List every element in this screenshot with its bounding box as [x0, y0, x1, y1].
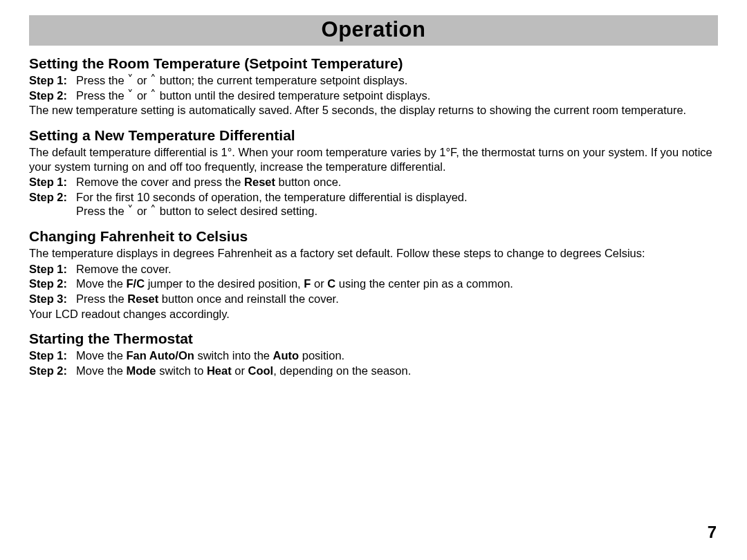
step-text: Move the F/C jumper to the desired posit…: [76, 277, 718, 291]
chevron-down-icon: ˅: [127, 88, 133, 101]
step-label: Step 1:: [29, 348, 72, 363]
page-title-band: Operation: [29, 15, 718, 46]
step-text: Press the ˅ or ˄ button until the desire…: [76, 88, 718, 103]
step-row: Step 1:Remove the cover.: [29, 262, 718, 277]
step-label: Step 3:: [29, 292, 72, 306]
chevron-down-icon: ˅: [127, 204, 133, 216]
step-text: Remove the cover and press the Reset but…: [76, 175, 718, 189]
section-heading: Starting the Thermostat: [29, 330, 718, 347]
chevron-up-icon: ˄: [150, 73, 156, 86]
step-label: Step 2:: [29, 88, 72, 103]
section-heading: Setting the Room Temperature (Setpoint T…: [29, 55, 718, 72]
bold-term: Reset: [127, 292, 158, 305]
step-row: Step 2:Move the Mode switch to Heat or C…: [29, 364, 718, 378]
section-heading: Changing Fahrenheit to Celsius: [29, 228, 718, 245]
step-label: Step 2:: [29, 277, 72, 291]
section-intro: The default temperature differential is …: [29, 145, 718, 174]
steps-list: Step 1:Remove the cover.Step 2:Move the …: [29, 262, 718, 306]
section-outro: Your LCD readout changes accordingly.: [29, 307, 718, 321]
bold-term: Mode: [126, 364, 156, 377]
step-row: Step 2:Press the ˅ or ˄ button until the…: [29, 88, 718, 103]
step-text: Move the Mode switch to Heat or Cool, de…: [76, 364, 718, 378]
bold-term: C: [327, 277, 335, 290]
step-row: Step 2:For the first 10 seconds of opera…: [29, 190, 718, 218]
section-heading: Setting a New Temperature Differential: [29, 127, 718, 144]
step-text: Move the Fan Auto/On switch into the Aut…: [76, 348, 718, 363]
chevron-down-icon: ˅: [127, 73, 133, 86]
step-label: Step 2:: [29, 190, 72, 218]
step-label: Step 1:: [29, 73, 72, 88]
step-row: Step 1:Move the Fan Auto/On switch into …: [29, 348, 718, 363]
bold-term: Fan Auto/On: [126, 349, 194, 362]
step-row: Step 2:Move the F/C jumper to the desire…: [29, 277, 718, 291]
step-label: Step 2:: [29, 364, 72, 378]
section-intro: The temperature displays in degrees Fahr…: [29, 246, 718, 261]
step-label: Step 1:: [29, 175, 72, 189]
steps-list: Step 1:Remove the cover and press the Re…: [29, 175, 718, 218]
bold-term: Heat: [207, 364, 232, 377]
bold-term: F: [304, 277, 311, 290]
chevron-up-icon: ˄: [150, 204, 156, 216]
bold-term: Auto: [273, 349, 299, 362]
step-row: Step 1:Remove the cover and press the Re…: [29, 175, 718, 189]
step-text: Press the Reset button once and reinstal…: [76, 292, 718, 306]
chevron-up-icon: ˄: [150, 88, 156, 101]
step-row: Step 3:Press the Reset button once and r…: [29, 292, 718, 306]
step-label: Step 1:: [29, 262, 72, 277]
page-content: Setting the Room Temperature (Setpoint T…: [29, 55, 718, 377]
steps-list: Step 1:Move the Fan Auto/On switch into …: [29, 348, 718, 377]
manual-page: Operation Setting the Room Temperature (…: [0, 0, 747, 560]
step-text: For the first 10 seconds of operation, t…: [76, 190, 718, 218]
bold-term: Reset: [244, 176, 275, 188]
step-row: Step 1:Press the ˅ or ˄ button; the curr…: [29, 73, 718, 88]
steps-list: Step 1:Press the ˅ or ˄ button; the curr…: [29, 73, 718, 102]
section-outro: The new temperature setting is automatic…: [29, 103, 718, 118]
step-text: Press the ˅ or ˄ button; the current tem…: [76, 73, 718, 88]
step-text: Remove the cover.: [76, 262, 718, 277]
bold-term: F/C: [126, 277, 145, 290]
page-number: 7: [708, 523, 717, 542]
bold-term: Cool: [248, 364, 274, 377]
page-title: Operation: [322, 17, 426, 41]
